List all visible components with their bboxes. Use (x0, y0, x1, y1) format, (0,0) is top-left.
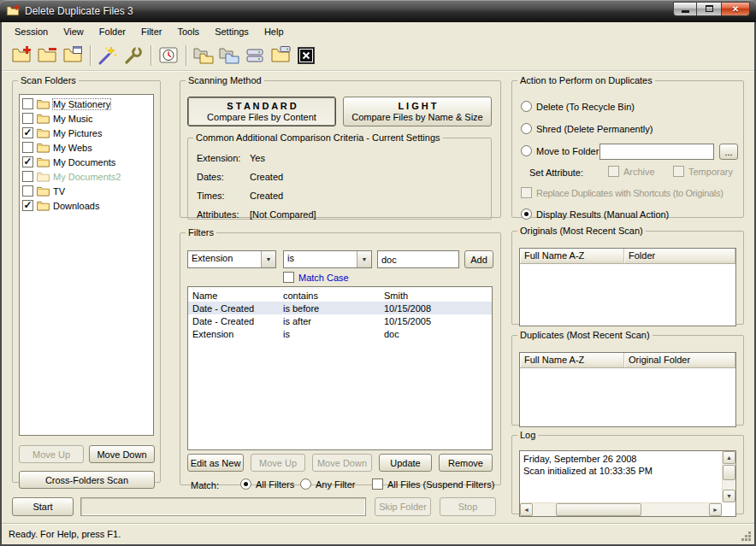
update-filter-button[interactable]: Update (379, 454, 432, 472)
chevron-down-icon[interactable]: ▼ (261, 251, 275, 267)
shred-radio[interactable]: Shred (Delete Permanently) (521, 123, 653, 134)
horizontal-scroll-thumb[interactable] (556, 503, 641, 516)
scan-folders-button[interactable] (268, 44, 293, 68)
folders-move-up-button[interactable]: Move Up (19, 445, 84, 463)
menu-help[interactable]: Help (257, 24, 292, 39)
filter-row[interactable]: Date - Created is before 10/15/2008 (188, 302, 492, 314)
add-folder-button[interactable] (9, 44, 34, 68)
scroll-up-icon[interactable]: ▲ (723, 451, 735, 464)
minimize-button[interactable] (673, 2, 697, 16)
folders-move-down-button[interactable]: Move Down (89, 445, 155, 463)
filters-table[interactable]: Name contains Smith Date - Created is be… (187, 286, 493, 450)
window-title: Delete Duplicate Files 3 (25, 5, 673, 17)
scroll-left-icon[interactable]: ◄ (520, 503, 533, 516)
move-to-folder-radio[interactable]: Move to Folder (521, 145, 599, 156)
folder-properties-button[interactable] (60, 44, 86, 68)
resize-grip[interactable] (741, 531, 752, 542)
stop-button[interactable]: Stop (440, 497, 496, 516)
menu-session[interactable]: Session (7, 24, 56, 39)
scan-folders-list[interactable]: My Stationery My Music My Pictures My We… (19, 94, 154, 436)
standard-method-subtitle: Compare Files by Content (207, 112, 316, 122)
log-horizontal-scrollbar[interactable]: ◄ ► (520, 502, 722, 516)
column-header[interactable]: Original Folder (624, 353, 735, 368)
display-results-radio[interactable]: Display Results (Manual Action) (521, 208, 669, 220)
remove-folder-button[interactable] (34, 44, 60, 68)
scan-folder-item[interactable]: My Documents (21, 155, 151, 169)
match-case-checkbox[interactable]: Match Case (283, 272, 349, 283)
log-textarea[interactable]: Friday, September 26 2008 Scan initializ… (519, 450, 736, 517)
log-vertical-scrollbar[interactable]: ▲ ▼ (722, 451, 735, 502)
wizard-button[interactable] (95, 44, 121, 68)
exit-icon (296, 45, 316, 66)
folder-checkbox[interactable] (22, 142, 33, 153)
vertical-scroll-thumb[interactable] (723, 465, 735, 480)
menu-filter[interactable]: Filter (133, 24, 169, 39)
skip-folder-button[interactable]: Skip Folder (375, 497, 431, 516)
any-filter-radio[interactable]: Any Filter (300, 478, 355, 490)
folder-checkbox[interactable] (22, 171, 33, 182)
settings-tools-button[interactable] (121, 44, 146, 68)
browse-folder-button[interactable]: ... (719, 144, 738, 160)
filter-field-dropdown[interactable]: Extension ▼ (187, 250, 276, 268)
filter-field-cell: Date - Created (188, 303, 279, 314)
chevron-down-icon[interactable]: ▼ (357, 251, 371, 267)
scroll-right-icon[interactable]: ► (709, 503, 722, 516)
add-filter-button[interactable]: Add (464, 250, 493, 268)
suspend-filters-checkbox[interactable]: All Files (Suspend Filters) (372, 478, 494, 490)
move-to-folder-input[interactable] (599, 144, 714, 160)
replace-shortcuts-checkbox[interactable]: Replace Duplicates with Shortcuts (to Or… (521, 187, 724, 198)
filter-value-input[interactable] (377, 250, 459, 268)
menu-view[interactable]: View (56, 24, 92, 39)
folder-checkbox[interactable] (22, 156, 33, 167)
filter-move-up-button[interactable]: Move Up (251, 454, 305, 472)
radio-circle (240, 478, 251, 490)
maximize-icon (706, 5, 713, 12)
column-header[interactable]: Folder (624, 249, 735, 264)
scan-drives-button[interactable] (242, 44, 268, 68)
menu-tools[interactable]: Tools (169, 24, 207, 39)
folder-checkbox[interactable] (22, 98, 33, 109)
folder-checkbox[interactable] (22, 127, 33, 138)
column-header[interactable]: Full Name A-Z (520, 249, 624, 264)
all-filters-radio[interactable]: All Filters (240, 478, 294, 490)
filter-row[interactable]: Extension is doc (188, 327, 492, 340)
menu-folder[interactable]: Folder (92, 24, 133, 39)
sync-folders-button[interactable] (216, 44, 242, 68)
menu-settings[interactable]: Settings (207, 24, 257, 39)
temporary-checkbox[interactable]: Temporary (673, 166, 733, 177)
scan-folder-item[interactable]: My Webs (21, 140, 151, 155)
filter-operator-dropdown[interactable]: is ▼ (283, 250, 372, 268)
column-header[interactable]: Full Name A-Z (520, 353, 624, 368)
close-button[interactable] (721, 2, 750, 16)
compare-folders-button[interactable] (191, 44, 216, 68)
scan-folder-item[interactable]: My Documents2 (21, 169, 151, 184)
scan-folder-item[interactable]: TV (21, 184, 151, 198)
originals-list[interactable]: Full Name A-Z Folder (519, 248, 736, 326)
edit-as-new-button[interactable]: Edit as New (187, 454, 244, 472)
scan-folder-item[interactable]: My Stationery (21, 97, 151, 111)
standard-method-button[interactable]: S T A N D A R D Compare Files by Content (187, 97, 336, 126)
filter-row[interactable]: Name contains Smith (188, 289, 492, 302)
scan-folder-label: Downloads (53, 201, 99, 211)
title-bar[interactable]: Delete Duplicate Files 3 (0, 0, 756, 22)
criteria-group: Common Additional Comparison Criteria - … (187, 132, 492, 220)
filter-row[interactable]: Date - Created is after 10/15/2005 (188, 314, 492, 327)
scroll-down-icon[interactable]: ▼ (723, 490, 735, 502)
scan-folder-item[interactable]: My Pictures (21, 126, 151, 140)
folder-checkbox[interactable] (22, 113, 33, 124)
light-method-button[interactable]: L I G H T Compare Files by Name & Size (343, 97, 492, 126)
folder-checkbox[interactable] (22, 200, 33, 211)
cross-folders-scan-button[interactable]: Cross-Folders Scan (19, 471, 155, 489)
filter-move-down-button[interactable]: Move Down (312, 454, 372, 472)
remove-filter-button[interactable]: Remove (439, 454, 493, 472)
maximize-button[interactable] (697, 2, 721, 16)
scan-folder-item[interactable]: My Music (21, 111, 151, 126)
exit-button[interactable] (293, 44, 319, 68)
duplicates-list[interactable]: Full Name A-Z Original Folder (519, 352, 736, 427)
folder-checkbox[interactable] (22, 185, 33, 197)
delete-radio[interactable]: Delete (To Recycle Bin) (521, 101, 635, 112)
start-button[interactable]: Start (12, 497, 74, 516)
scan-folder-item[interactable]: Downloads (21, 198, 151, 213)
archive-checkbox[interactable]: Archive (608, 166, 655, 177)
folder-clock-button[interactable] (156, 44, 181, 68)
